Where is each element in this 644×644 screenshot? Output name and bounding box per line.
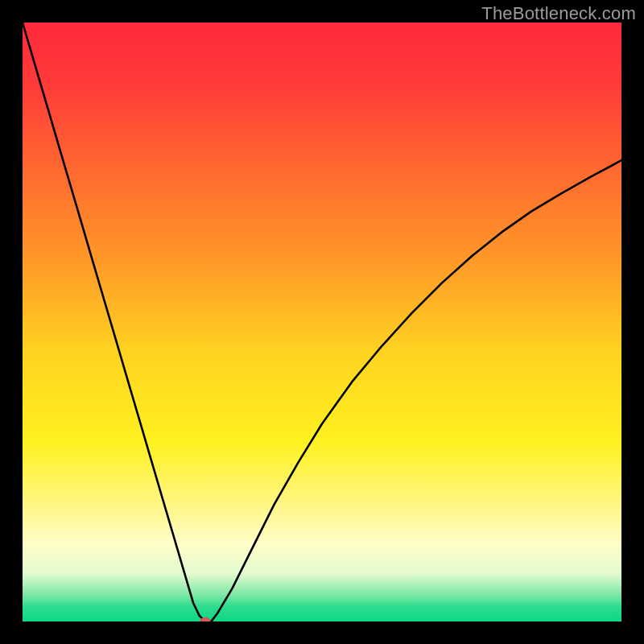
watermark-text: TheBottleneck.com [481,3,636,24]
plot-area [23,23,621,621]
chart-frame: TheBottleneck.com [0,0,644,644]
gradient-background [23,23,621,621]
chart-svg [23,23,621,621]
